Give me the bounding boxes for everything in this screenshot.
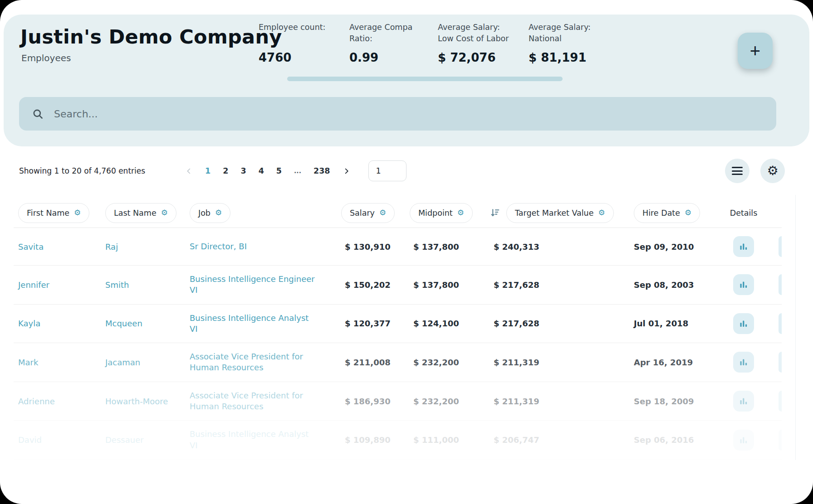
cell-midpoint: $ 232,200 bbox=[410, 397, 477, 406]
stats-scrollbar[interactable] bbox=[287, 77, 563, 81]
search-input[interactable] bbox=[53, 108, 764, 120]
table-row[interactable]: David Dessauer Business Intelligence Ana… bbox=[14, 421, 782, 460]
bar-chart-icon bbox=[739, 242, 749, 252]
column-chip-midpoint[interactable]: Midpoint ⚙ bbox=[410, 203, 473, 223]
table-row[interactable]: Mark Jacaman Associate Vice President fo… bbox=[14, 343, 782, 382]
chevron-right-icon[interactable] bbox=[343, 167, 350, 175]
cell-hire-date: Sep 08, 2003 bbox=[634, 280, 705, 290]
cell-first-name[interactable]: Kayla bbox=[18, 319, 105, 328]
cell-salary: $ 120,377 bbox=[341, 319, 410, 328]
table-row[interactable]: Adrienne Howarth-Moore Associate Vice Pr… bbox=[14, 382, 782, 421]
cell-last-name[interactable]: Howarth-Moore bbox=[105, 397, 190, 406]
bar-chart-icon bbox=[739, 280, 749, 290]
cell-hire-date: Jul 01, 2018 bbox=[634, 319, 705, 328]
cell-hire-date: Sep 18, 2009 bbox=[634, 397, 705, 406]
plus-icon: + bbox=[750, 41, 760, 61]
page-number[interactable]: 4 bbox=[259, 166, 264, 175]
clipped-action-button[interactable] bbox=[779, 313, 782, 334]
pagination: 12345...238 bbox=[185, 166, 350, 175]
cell-midpoint: $ 232,200 bbox=[410, 358, 477, 367]
cell-salary: $ 109,890 bbox=[341, 435, 410, 445]
column-label: Salary bbox=[350, 208, 375, 218]
page-number[interactable]: 3 bbox=[240, 166, 246, 175]
table-row[interactable]: Jennifer Smith Business Intelligence Eng… bbox=[14, 266, 782, 305]
clipped-action-button[interactable] bbox=[779, 274, 782, 295]
bar-chart-icon bbox=[739, 396, 749, 406]
column-chip-job[interactable]: Job ⚙ bbox=[190, 203, 230, 223]
cell-target-market-value: $ 240,313 bbox=[477, 242, 634, 252]
column-chip-last-name[interactable]: Last Name ⚙ bbox=[105, 203, 176, 223]
cell-job[interactable]: Associate Vice President for Human Resou… bbox=[190, 390, 324, 412]
cell-hire-date: Sep 06, 2016 bbox=[634, 435, 705, 445]
toolbar: Showing 1 to 20 of 4,760 entries 12345..… bbox=[0, 156, 813, 185]
gear-icon[interactable]: ⚙ bbox=[74, 209, 81, 217]
cell-first-name[interactable]: Mark bbox=[18, 358, 105, 367]
clipped-action-button[interactable] bbox=[779, 236, 782, 257]
cell-last-name[interactable]: Mcqueen bbox=[105, 319, 190, 328]
cell-last-name[interactable]: Jacaman bbox=[105, 358, 190, 367]
details-button[interactable] bbox=[733, 274, 754, 295]
cell-first-name[interactable]: Savita bbox=[18, 242, 105, 252]
table-row[interactable]: Savita Raj Sr Director, BI $ 130,910 $ 1… bbox=[14, 228, 782, 266]
stat-employee-count: Employee count: 4760 bbox=[259, 22, 349, 64]
cell-last-name[interactable]: Dessauer bbox=[105, 435, 190, 445]
clipped-action-button[interactable] bbox=[779, 430, 782, 451]
cell-last-name[interactable]: Raj bbox=[105, 242, 190, 252]
stat-value: $ 81,191 bbox=[529, 51, 619, 64]
column-chip-first-name[interactable]: First Name ⚙ bbox=[18, 203, 89, 223]
cell-job[interactable]: Sr Director, BI bbox=[190, 241, 324, 252]
page-number[interactable]: 5 bbox=[276, 166, 282, 175]
bar-chart-icon bbox=[739, 319, 749, 329]
column-chip-target-market-value[interactable]: Target Market Value ⚙ bbox=[506, 203, 614, 223]
stat-value: $ 72,076 bbox=[438, 51, 529, 64]
page-number[interactable]: 238 bbox=[313, 166, 330, 175]
column-label: Target Market Value bbox=[515, 208, 593, 218]
header-band: Justin's Demo Company Employees Employee… bbox=[4, 15, 809, 146]
cell-job[interactable]: Associate Vice President for Human Resou… bbox=[190, 351, 324, 373]
gear-icon[interactable]: ⚙ bbox=[161, 209, 168, 217]
menu-button[interactable] bbox=[725, 159, 749, 183]
gear-icon[interactable]: ⚙ bbox=[598, 209, 605, 217]
chevron-left-icon[interactable] bbox=[185, 167, 193, 175]
showing-entries-text: Showing 1 to 20 of 4,760 entries bbox=[19, 166, 145, 175]
stat-value: 0.99 bbox=[349, 51, 438, 64]
cell-job[interactable]: Business Intelligence Engineer VI bbox=[190, 274, 324, 296]
cell-salary: $ 186,930 bbox=[341, 397, 410, 406]
toolbar-icons: ⚙ bbox=[725, 159, 785, 183]
cell-first-name[interactable]: Jennifer bbox=[18, 280, 105, 290]
stat-value: 4760 bbox=[259, 51, 349, 64]
settings-button[interactable]: ⚙ bbox=[760, 159, 785, 183]
details-button[interactable] bbox=[733, 352, 754, 373]
clipped-action-button[interactable] bbox=[779, 352, 782, 373]
cell-job[interactable]: Business Intelligence Analyst VI bbox=[190, 313, 324, 335]
cell-first-name[interactable]: David bbox=[18, 435, 105, 445]
table-row[interactable]: Kayla Mcqueen Business Intelligence Anal… bbox=[14, 305, 782, 344]
stat-label: Average Salary: National bbox=[529, 22, 619, 44]
cell-job[interactable]: Business Intelligence Analyst VI bbox=[190, 429, 324, 451]
details-button[interactable] bbox=[733, 391, 754, 412]
stat-label: Average Compa Ratio: bbox=[349, 22, 438, 44]
add-employee-button[interactable]: + bbox=[738, 33, 773, 69]
column-chip-salary[interactable]: Salary ⚙ bbox=[341, 203, 395, 223]
details-button[interactable] bbox=[733, 313, 754, 334]
column-label: First Name bbox=[27, 208, 69, 218]
page-subtitle: Employees bbox=[21, 53, 71, 63]
column-chip-hire-date[interactable]: Hire Date ⚙ bbox=[634, 203, 700, 223]
cell-first-name[interactable]: Adrienne bbox=[18, 397, 105, 406]
gear-icon[interactable]: ⚙ bbox=[457, 209, 464, 217]
gear-icon[interactable]: ⚙ bbox=[685, 209, 691, 217]
gear-icon[interactable]: ⚙ bbox=[215, 209, 222, 217]
page-input[interactable] bbox=[368, 160, 406, 181]
gear-icon: ⚙ bbox=[767, 165, 778, 177]
details-button[interactable] bbox=[733, 236, 754, 257]
cell-last-name[interactable]: Smith bbox=[105, 280, 190, 290]
search-bar[interactable] bbox=[19, 97, 776, 131]
stat-label: Employee count: bbox=[259, 22, 349, 33]
clipped-action-button[interactable] bbox=[779, 391, 782, 412]
details-button[interactable] bbox=[733, 430, 754, 451]
page-number[interactable]: 1 bbox=[205, 166, 211, 175]
column-label: Hire Date bbox=[642, 208, 680, 218]
page-number[interactable]: 2 bbox=[223, 166, 228, 175]
sort-descending-icon[interactable] bbox=[490, 207, 501, 218]
gear-icon[interactable]: ⚙ bbox=[379, 209, 386, 217]
